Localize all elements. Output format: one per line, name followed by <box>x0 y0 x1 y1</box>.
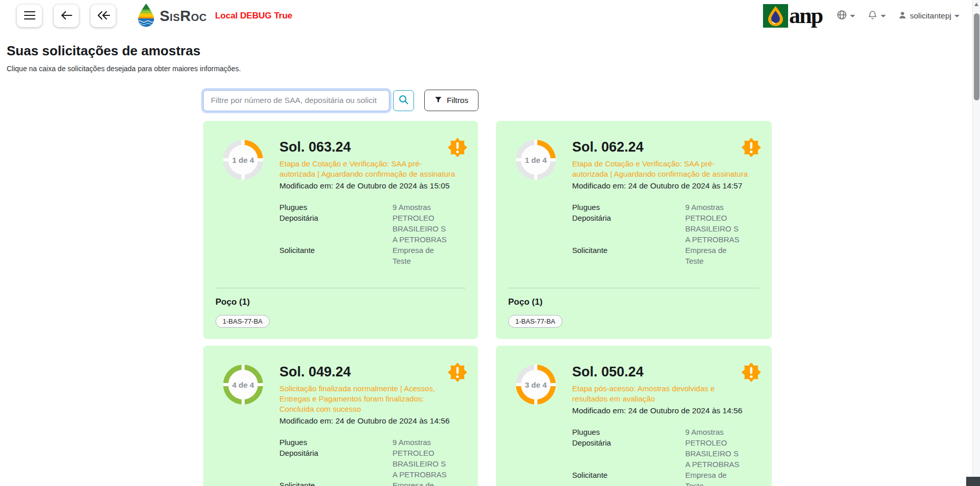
hamburger-icon <box>24 11 35 22</box>
depositaria-value: PETROLEO BRASILEIRO S A PETROBRAS <box>685 437 743 470</box>
solicitation-status: Etapa de Cotação e Verificação: SAA pré-… <box>572 159 749 179</box>
plugues-label: Plugues <box>279 202 393 213</box>
warning-badge-icon <box>742 138 761 157</box>
solicitation-card[interactable]: 3 de 4 Sol. 050.24 Etapa pós-acesso: Amo… <box>496 346 772 486</box>
details-grid: Plugues 9 Amostras Depositária PETROLEO … <box>279 202 466 266</box>
plugues-label: Plugues <box>572 202 685 213</box>
chevron-down-icon <box>954 15 960 17</box>
plugues-value: 9 Amostras <box>393 202 450 213</box>
collapse-button[interactable] <box>91 5 116 27</box>
depositaria-label: Depositária <box>572 213 685 245</box>
notifications-menu[interactable] <box>867 10 886 23</box>
search-input[interactable] <box>203 90 389 111</box>
brand-name: SisRoc <box>160 8 207 25</box>
page-title: Suas solicitações de amostras <box>7 43 980 59</box>
modified-date: Modificado em: 24 de Outubro de 2024 às … <box>279 415 456 427</box>
anp-wordmark: anp <box>789 5 822 27</box>
arrow-left-icon <box>61 11 72 22</box>
plugues-value: 9 Amostras <box>393 437 450 448</box>
language-menu[interactable] <box>837 10 855 22</box>
solicitation-number: Sol. 050.24 <box>572 364 749 380</box>
solicitante-label: Solicitante <box>572 470 685 486</box>
anp-logo: anp <box>763 4 822 28</box>
solicitante-label: Solicitante <box>279 245 393 266</box>
solicitation-number: Sol. 049.24 <box>279 364 456 380</box>
plugues-label: Plugues <box>572 427 685 437</box>
depositaria-label: Depositária <box>572 437 685 470</box>
double-arrow-left-icon <box>97 11 110 22</box>
globe-icon <box>837 10 847 22</box>
solicitante-value: Empresa de Teste <box>393 245 450 266</box>
modified-date: Modificado em: 24 de Outubro de 2024 às … <box>572 405 749 416</box>
plugues-value: 9 Amostras <box>685 202 743 213</box>
depositaria-value: PETROLEO BRASILEIRO S A PETROBRAS <box>685 213 743 245</box>
solicitation-number: Sol. 063.24 <box>279 139 456 155</box>
depositaria-label: Depositária <box>279 213 393 245</box>
divider <box>215 288 466 288</box>
sisroc-logo-icon <box>137 3 156 29</box>
modified-date: Modificado em: 24 de Outubro de 2024 às … <box>572 180 749 192</box>
debug-flag-label: Local DEBUG True <box>215 11 292 21</box>
top-navbar: SisRoc Local DEBUG True anp <box>0 0 980 32</box>
solicitante-label: Solicitante <box>279 480 393 486</box>
user-menu[interactable]: solicitantepj <box>898 11 960 22</box>
depositaria-label: Depositária <box>279 448 393 480</box>
filter-funnel-icon <box>434 96 442 105</box>
poco-section-title: Poço (1) <box>508 297 759 307</box>
plugues-label: Plugues <box>279 437 393 448</box>
solicitation-number: Sol. 062.24 <box>572 139 749 155</box>
solicitation-card[interactable]: 4 de 4 Sol. 049.24 Solicitação finalizad… <box>203 346 478 486</box>
depositaria-value: PETROLEO BRASILEIRO S A PETROBRAS <box>393 213 450 245</box>
divider <box>508 288 759 288</box>
solicitation-card[interactable]: 1 de 4 Sol. 062.24 Etapa de Cotação e Ve… <box>496 121 772 339</box>
solicitante-value: Empresa de Teste <box>685 470 743 486</box>
search-button[interactable] <box>393 90 414 111</box>
search-icon <box>398 94 409 107</box>
plugues-value: 9 Amostras <box>685 427 743 437</box>
sisroc-brand[interactable]: SisRoc <box>137 3 207 29</box>
filters-button[interactable]: Filtros <box>424 90 478 111</box>
well-tag: 1-BAS-77-BA <box>508 315 562 328</box>
well-tag: 1-BAS-77-BA <box>215 315 270 328</box>
warning-badge-icon <box>448 363 467 382</box>
depositaria-value: PETROLEO BRASILEIRO S A PETROBRAS <box>393 448 450 480</box>
solicitation-status: Etapa pós-acesso: Amostras devolvidas e … <box>572 384 749 404</box>
details-grid: Plugues 9 Amostras Depositária PETROLEO … <box>279 437 466 486</box>
warning-badge-icon <box>742 363 761 382</box>
menu-button[interactable] <box>17 5 42 27</box>
details-grid: Plugues 9 Amostras Depositária PETROLEO … <box>572 202 759 266</box>
search-toolbar: Filtros <box>203 90 980 111</box>
progress-ring: 3 de 4 <box>516 365 556 405</box>
progress-ring: 1 de 4 <box>223 140 263 180</box>
details-grid: Plugues 9 Amostras Depositária PETROLEO … <box>572 427 759 486</box>
solicitante-value: Empresa de Teste <box>685 245 743 266</box>
progress-ring: 1 de 4 <box>516 140 556 180</box>
back-button[interactable] <box>54 5 79 27</box>
user-icon <box>898 11 907 22</box>
chevron-down-icon <box>881 15 886 17</box>
modified-date: Modificado em: 24 de Outubro de 2024 às … <box>279 180 456 192</box>
bell-icon <box>867 10 878 23</box>
progress-ring: 4 de 4 <box>223 365 263 405</box>
username-label: solicitantepj <box>910 11 951 20</box>
scrollbar-up-arrow-icon[interactable] <box>974 3 978 6</box>
solicitations-grid: 1 de 4 Sol. 063.24 Etapa de Cotação e Ve… <box>203 121 772 486</box>
poco-section-title: Poço (1) <box>215 297 466 307</box>
scrollbar-corner <box>966 477 980 486</box>
scrollbar-thumb[interactable] <box>974 13 979 100</box>
page-subtitle: Clique na caixa de solicitações desejada… <box>7 65 980 73</box>
solicitation-status: Solicitação finalizada normalmente | Ace… <box>279 384 456 414</box>
warning-badge-icon <box>448 138 467 157</box>
progress-label: 3 de 4 <box>521 370 551 399</box>
progress-label: 1 de 4 <box>521 145 551 175</box>
filters-button-label: Filtros <box>447 96 468 105</box>
progress-label: 4 de 4 <box>228 370 258 399</box>
solicitante-value: Empresa de Teste <box>393 480 450 486</box>
progress-label: 1 de 4 <box>228 145 258 175</box>
chevron-down-icon <box>850 15 855 17</box>
solicitante-label: Solicitante <box>572 245 685 266</box>
solicitation-card[interactable]: 1 de 4 Sol. 063.24 Etapa de Cotação e Ve… <box>203 121 478 339</box>
solicitation-status: Etapa de Cotação e Verificação: SAA pré-… <box>279 159 456 179</box>
vertical-scrollbar[interactable] <box>972 0 980 486</box>
